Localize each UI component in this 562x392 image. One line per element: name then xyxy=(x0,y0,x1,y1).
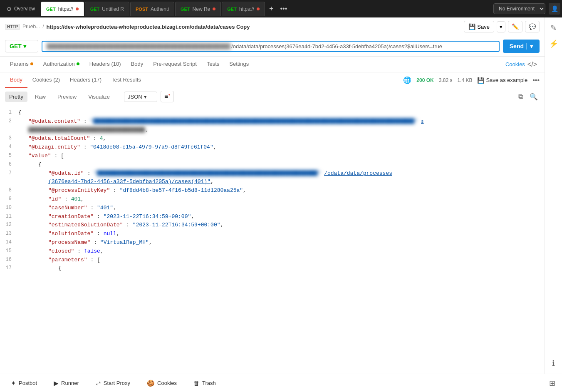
breadcrumb-collection: Prueb... xyxy=(22,24,40,30)
url-suffix: /odata/data/processes(3676ea4d-7bd2-4456… xyxy=(231,43,442,50)
method-label-untitled: GET xyxy=(90,7,100,12)
json-line-8: 8 "@processEntityKey" : "df8dd4b8-be57-4… xyxy=(0,186,545,195)
edit-icon: ✏️ xyxy=(512,23,519,30)
comment-icon-button[interactable]: 💬 xyxy=(525,21,540,32)
format-select[interactable]: JSON ▾ xyxy=(124,92,157,102)
viewer-bar: Pretty Raw Preview Visualize JSON ▾ ≡● xyxy=(0,88,545,105)
tab-dot-new xyxy=(213,7,215,10)
trash-button[interactable]: 🗑 Trash xyxy=(189,377,220,389)
resp-test-results-label: Test Results xyxy=(111,77,141,83)
resp-tab-body[interactable]: Body xyxy=(5,72,27,88)
info-side-icon[interactable]: ℹ xyxy=(550,356,557,370)
view-tab-visualize[interactable]: Visualize xyxy=(84,92,114,102)
save-example-label: Save as example xyxy=(486,77,527,83)
tab-body[interactable]: Body xyxy=(126,57,149,72)
grid-icon-button[interactable]: ⊞ xyxy=(549,379,555,388)
tab-label-get1: https:// xyxy=(58,6,73,12)
content-area: HTTP Prueb... / https://dev-wholeproduct… xyxy=(0,17,545,374)
tab-get-https-2[interactable]: GET https:// xyxy=(222,2,265,16)
tab-get-untitled[interactable]: GET Untitled R xyxy=(85,2,129,16)
json-line-9: 9 "id" : 401, xyxy=(0,195,545,204)
save-label: Save xyxy=(477,24,490,30)
resp-headers-label: Headers (17) xyxy=(70,77,102,83)
view-tab-preview-label: Preview xyxy=(57,94,77,100)
account-icon[interactable]: 👤 xyxy=(549,3,560,15)
runner-button[interactable]: ▶ Runner xyxy=(50,377,83,390)
tab-headers[interactable]: Headers (10) xyxy=(84,57,126,72)
tab-params[interactable]: Params xyxy=(5,57,38,72)
compose-side-icon[interactable]: ✎ xyxy=(548,21,559,35)
cookies-link[interactable]: Cookies xyxy=(505,61,525,67)
view-tab-preview[interactable]: Preview xyxy=(53,92,81,102)
tab-overview[interactable]: ⊙ Overview xyxy=(2,2,40,16)
save-chevron: ▾ xyxy=(500,24,503,30)
format-chevron: ▾ xyxy=(144,94,147,100)
json-line-7b: (3676ea4d-7bd2-4456-a33f-5debfba4205a)/c… xyxy=(0,178,545,186)
search-button[interactable]: 🔍 xyxy=(528,91,540,102)
resp-tab-cookies[interactable]: Cookies (2) xyxy=(27,72,65,88)
globe-icon: 🌐 xyxy=(403,76,411,84)
tab-settings[interactable]: Settings xyxy=(224,57,254,72)
method-select[interactable]: GET ▾ xyxy=(5,40,38,52)
more-options-button[interactable]: ••• xyxy=(532,77,540,84)
proxy-icon: ⇌ xyxy=(96,380,101,387)
send-label: Send xyxy=(510,43,524,50)
copy-button[interactable]: ⧉ xyxy=(517,91,525,102)
filter-icon: ≡● xyxy=(164,93,170,100)
edit-icon-button[interactable]: ✏️ xyxy=(508,21,522,32)
resp-tab-test-results[interactable]: Test Results xyxy=(106,72,146,88)
tab-prerequest[interactable]: Pre-request Script xyxy=(148,57,202,72)
comment-icon: 💬 xyxy=(529,23,536,30)
tab-authorization[interactable]: Authorization xyxy=(38,57,84,72)
tab-get-new[interactable]: GET New Re xyxy=(175,2,221,16)
tab-body-label: Body xyxy=(131,61,144,67)
tab-bar: ⊙ Overview GET https:// GET Untitled R P… xyxy=(0,0,562,17)
lightning-side-icon[interactable]: ⚡ xyxy=(547,37,561,51)
save-button[interactable]: 💾 Save xyxy=(464,21,494,32)
new-tab-button[interactable]: + xyxy=(266,5,277,13)
postbot-button[interactable]: ✦ Postbot xyxy=(7,377,41,390)
tab-prerequest-label: Pre-request Script xyxy=(153,61,197,67)
json-line-14: 14 "processName" : "VirtualRep_MH", xyxy=(0,238,545,247)
cookies-button[interactable]: 🍪 Cookies xyxy=(143,377,181,390)
url-row: GET ▾ ██████████████████████████████████… xyxy=(0,36,545,57)
runner-label: Runner xyxy=(61,380,79,386)
method-label-new: GET xyxy=(181,7,190,12)
json-line-16: 16 "parameters" : [ xyxy=(0,256,545,265)
tab-label-untitled: Untitled R xyxy=(102,6,124,12)
url-blurred-part: ████████████████████████████████████████… xyxy=(47,43,230,49)
resp-body-label: Body xyxy=(10,77,22,83)
filter-button[interactable]: ≡● xyxy=(161,91,174,102)
environment-select[interactable]: No Environment xyxy=(493,3,545,14)
method-label-get2: GET xyxy=(227,7,237,12)
tab-tests[interactable]: Tests xyxy=(202,57,224,72)
save-example-button[interactable]: 💾 Save as example xyxy=(477,77,527,84)
save-dropdown-button[interactable]: ▾ xyxy=(497,21,505,32)
json-line-3: 3 "@odata.totalCount" : 4, xyxy=(0,134,545,143)
json-line-1: 1 { xyxy=(0,109,545,117)
view-tab-pretty[interactable]: Pretty xyxy=(5,92,27,102)
json-line-12: 12 "estimatedSolutionDate" : "2023-11-22… xyxy=(0,221,545,230)
more-tabs-button[interactable]: ••• xyxy=(277,5,290,12)
env-area: No Environment 👤 xyxy=(493,3,560,15)
json-content: 1 { 2 "@odata.context" : "██████████████… xyxy=(0,105,545,374)
tab-post-auth[interactable]: POST Authenti xyxy=(130,2,174,16)
start-proxy-button[interactable]: ⇌ Start Proxy xyxy=(92,377,134,390)
view-tab-raw[interactable]: Raw xyxy=(31,92,50,102)
code-toggle-button[interactable]: </> xyxy=(525,61,540,68)
json-line-15: 15 "closed" : false, xyxy=(0,247,545,256)
resp-tab-headers[interactable]: Headers (17) xyxy=(65,72,106,88)
tab-get-https-1[interactable]: GET https:// xyxy=(41,2,84,16)
postbot-icon: ✦ xyxy=(11,380,16,387)
save-icon: 💾 xyxy=(468,23,475,30)
method-label-post: POST xyxy=(136,7,148,12)
method-label-get1: GET xyxy=(46,7,56,12)
response-section: Body Cookies (2) Headers (17) Test Resul… xyxy=(0,72,545,374)
json-line-17: 17 { xyxy=(0,264,545,273)
tab-label-post: Authenti xyxy=(151,6,169,12)
tab-settings-label: Settings xyxy=(229,61,249,67)
tab-headers-label: Headers (10) xyxy=(89,61,121,67)
send-button[interactable]: Send ▾ xyxy=(503,40,540,53)
send-chevron[interactable]: ▾ xyxy=(526,43,533,50)
json-line-6: 6 { xyxy=(0,161,545,169)
